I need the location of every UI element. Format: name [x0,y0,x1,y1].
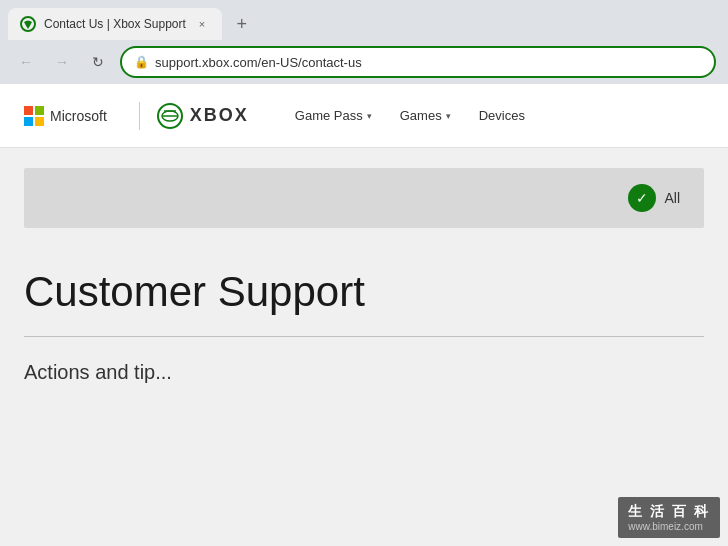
address-bar[interactable]: 🔒 support.xbox.com/en-US/contact-us [120,46,716,78]
xbox-label: XBOX [190,105,249,126]
microsoft-grid-icon [24,106,44,126]
nav-divider [139,102,140,130]
reload-button[interactable]: ↻ [84,48,112,76]
xbox-logo[interactable]: XBOX [156,102,249,130]
browser-window: Contact Us | Xbox Support × + ← → ↻ 🔒 su… [0,0,728,546]
tab-bar: Contact Us | Xbox Support × + [0,0,728,40]
section-subtitle: Actions and tip... [24,361,704,384]
nav-link-games-label: Games [400,108,442,123]
page-title: Customer Support [24,268,704,316]
watermark-line1: 生 活 百 科 [628,503,710,521]
nav-link-devices[interactable]: Devices [465,84,537,148]
watermark: 生 活 百 科 www.bimeiz.com [618,497,720,538]
main-content: Customer Support Actions and tip... [0,228,728,404]
nav-links: Game Pass ▾ Games ▾ Devices [281,84,537,148]
active-tab[interactable]: Contact Us | Xbox Support × [8,8,222,40]
site-body: ✓ All Customer Support Actions and tip..… [0,168,728,404]
status-check-icon: ✓ [628,184,656,212]
watermark-line2: www.bimeiz.com [628,521,710,532]
address-bar-row: ← → ↻ 🔒 support.xbox.com/en-US/contact-u… [0,40,728,84]
back-button[interactable]: ← [12,48,40,76]
forward-button[interactable]: → [48,48,76,76]
nav-link-gamepass[interactable]: Game Pass ▾ [281,84,386,148]
xbox-icon [156,102,184,130]
content-divider [24,336,704,337]
status-banner: ✓ All [24,168,704,228]
lock-icon: 🔒 [134,55,149,69]
browser-chrome: Contact Us | Xbox Support × + ← → ↻ 🔒 su… [0,0,728,84]
status-text: All [664,190,680,206]
games-chevron-icon: ▾ [446,111,451,121]
nav-link-games[interactable]: Games ▾ [386,84,465,148]
tab-close-button[interactable]: × [194,16,210,32]
nav-link-devices-label: Devices [479,108,525,123]
new-tab-button[interactable]: + [226,8,258,40]
tab-favicon [20,16,36,32]
nav-link-gamepass-label: Game Pass [295,108,363,123]
ms-square-red [24,106,33,115]
address-text: support.xbox.com/en-US/contact-us [155,55,702,70]
tab-title: Contact Us | Xbox Support [44,17,186,31]
gamepass-chevron-icon: ▾ [367,111,372,121]
ms-square-yellow [35,117,44,126]
website-content: Microsoft XBOX Game Pass ▾ Games [0,84,728,546]
ms-square-blue [24,117,33,126]
ms-square-green [35,106,44,115]
microsoft-label: Microsoft [50,108,107,124]
site-navbar: Microsoft XBOX Game Pass ▾ Games [0,84,728,148]
microsoft-logo[interactable]: Microsoft [24,106,107,126]
